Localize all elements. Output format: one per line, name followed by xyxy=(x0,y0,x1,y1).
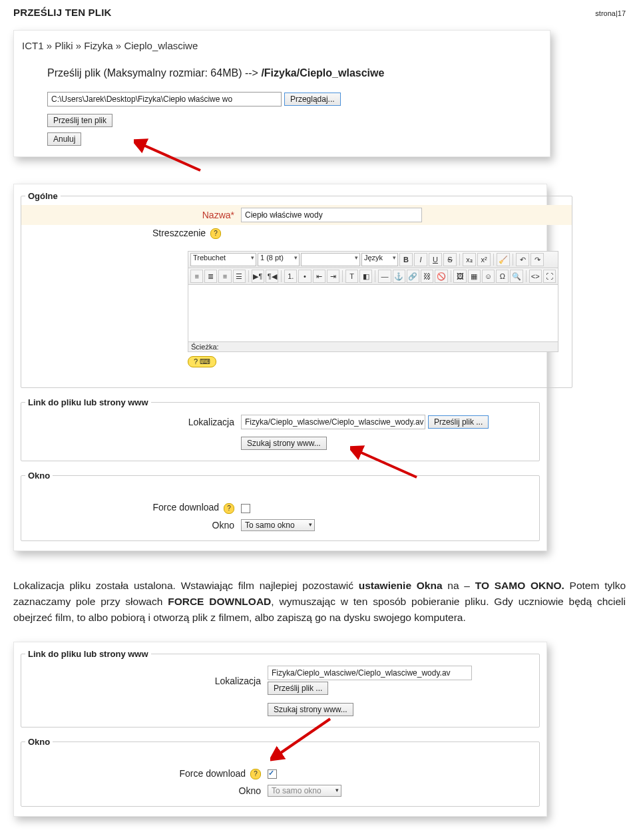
force-download-label: Force download ? xyxy=(28,768,268,779)
redo-icon[interactable]: ↷ xyxy=(531,253,544,266)
html-icon[interactable]: <> xyxy=(529,270,542,283)
editor-textarea[interactable] xyxy=(188,285,558,341)
help-icon[interactable]: ? xyxy=(224,503,234,514)
cancel-button[interactable]: Anuluj xyxy=(47,132,81,146)
body-text-2: na – xyxy=(443,580,475,591)
superscript-icon[interactable]: x² xyxy=(477,253,491,266)
body-bold-1: ustawienie Okna xyxy=(359,580,443,591)
align-right-icon[interactable]: ≡ xyxy=(218,270,231,283)
search-icon[interactable]: 🔍 xyxy=(510,270,523,283)
file-path-input[interactable]: C:\Users\Jarek\Desktop\Fizyka\Ciepło wła… xyxy=(47,92,282,106)
fieldset-general: Ogólne Nazwa* Ciepło właściwe wody Stres… xyxy=(21,191,572,388)
strike-icon[interactable]: S xyxy=(443,253,457,266)
clean-icon[interactable]: 🧹 xyxy=(497,253,510,266)
search-www-button[interactable]: Szukaj strony www... xyxy=(268,703,353,716)
upload-prefix: Prześlij plik (Maksymalny rozmiar: 64MB)… xyxy=(47,67,261,79)
upload-path: /Fizyka/Cieplo_wlasciwe xyxy=(261,67,384,79)
legend-link: Link do pliku lub strony www xyxy=(25,397,151,407)
name-label: Nazwa* xyxy=(28,210,241,220)
style-select[interactable] xyxy=(301,253,360,266)
force-download-text: Force download xyxy=(152,502,219,513)
outdent-icon[interactable]: ⇤ xyxy=(313,270,325,283)
italic-icon[interactable]: I xyxy=(414,253,427,266)
resource-form-panel: Ogólne Nazwa* Ciepło właściwe wody Stres… xyxy=(13,184,547,551)
bg-color-icon[interactable]: ◧ xyxy=(359,270,372,283)
body-text-1: Lokalizacja pliku została ustalona. Wsta… xyxy=(13,580,359,591)
window-select[interactable]: To samo okno xyxy=(241,519,315,531)
upload-panel: ICT1 » Pliki » Fizyka » Cieplo_wlasciwe … xyxy=(13,30,550,157)
smiley-icon[interactable]: ☺ xyxy=(482,270,495,283)
force-download-checkbox[interactable] xyxy=(268,769,277,779)
editor-path: Ścieżka: xyxy=(188,341,558,351)
subscript-icon[interactable]: x₂ xyxy=(463,253,476,266)
font-select[interactable]: Trebuchet xyxy=(190,253,256,266)
search-www-button[interactable]: Szukaj strony www... xyxy=(241,437,327,450)
page-number: strona|17 xyxy=(595,9,626,17)
keyboard-toggle[interactable]: ? ⌨ xyxy=(188,356,216,367)
unordered-list-icon[interactable]: • xyxy=(298,270,311,283)
legend-general: Ogólne xyxy=(25,191,61,201)
upload-file-button[interactable]: Prześlij plik ... xyxy=(428,415,489,429)
editor-toolbar-row1: Trebuchet 1 (8 pt) Język B I U S x₂ x² 🧹… xyxy=(188,252,558,268)
window-label: Okno xyxy=(28,785,268,796)
resource-form-panel-checked: Link do pliku lub strony www Lokalizacja… xyxy=(13,642,547,817)
fullscreen-icon[interactable]: ⛶ xyxy=(543,270,556,283)
anchor-icon[interactable]: ⚓ xyxy=(393,270,405,283)
force-download-text: Force download xyxy=(179,768,246,779)
fieldset-window: Okno Force download ? Okno To samo okno xyxy=(21,471,540,540)
help-icon[interactable]: ? xyxy=(210,228,221,239)
breadcrumb[interactable]: ICT1 » Pliki » Fizyka » Cieplo_wlasciwe xyxy=(14,31,550,58)
hr-icon[interactable]: — xyxy=(378,270,391,283)
page-header: PRZEŚLIJ TEN PLIK strona|17 xyxy=(13,7,626,18)
legend-window: Okno xyxy=(25,737,53,747)
legend-window: Okno xyxy=(25,471,53,481)
location-input[interactable]: Fizyka/Cieplo_wlasciwe/Cieplo_wlasciwe_w… xyxy=(268,666,472,680)
rich-text-editor[interactable]: Trebuchet 1 (8 pt) Język B I U S x₂ x² 🧹… xyxy=(188,251,558,352)
page-title: PRZEŚLIJ TEN PLIK xyxy=(13,7,112,18)
help-icon[interactable]: ? xyxy=(250,769,261,779)
align-center-icon[interactable]: ≣ xyxy=(204,270,217,283)
window-select[interactable]: To samo okno xyxy=(268,785,341,797)
ltr-icon[interactable]: ▶¶ xyxy=(252,270,264,283)
image-icon[interactable]: 🖼 xyxy=(453,270,466,283)
legend-link: Link do pliku lub strony www xyxy=(25,649,151,659)
rtl-icon[interactable]: ¶◀ xyxy=(266,270,278,283)
link-icon[interactable]: 🔗 xyxy=(407,270,419,283)
ordered-list-icon[interactable]: 1. xyxy=(284,270,297,283)
fieldset-window: Okno Force download ? Okno To samo okno xyxy=(21,737,540,807)
size-select[interactable]: 1 (8 pt) xyxy=(258,253,300,266)
name-input[interactable]: Ciepło właściwe wody xyxy=(241,208,422,222)
special-char-icon[interactable]: Ω xyxy=(496,270,509,283)
fieldset-link: Link do pliku lub strony www Lokalizacja… xyxy=(21,649,540,728)
send-file-button[interactable]: Prześlij ten plik xyxy=(47,114,112,127)
summary-label: Streszczenie ? xyxy=(28,228,228,239)
fieldset-link: Link do pliku lub strony www Lokalizacja… xyxy=(21,397,540,461)
nolink-icon[interactable]: 🚫 xyxy=(435,270,447,283)
summary-label-text: Streszczenie xyxy=(152,228,206,238)
indent-icon[interactable]: ⇥ xyxy=(327,270,339,283)
force-download-label: Force download ? xyxy=(28,502,241,513)
instruction-paragraph: Lokalizacja pliku została ustalona. Wsta… xyxy=(13,578,626,626)
window-label: Okno xyxy=(28,520,241,530)
align-left-icon[interactable]: ≡ xyxy=(190,270,203,283)
browse-button[interactable]: Przeglądaj... xyxy=(284,93,341,106)
text-color-icon[interactable]: T xyxy=(345,270,358,283)
location-label: Lokalizacja xyxy=(28,417,241,427)
body-bold-2: TO SAMO OKNO. xyxy=(475,580,564,591)
location-input[interactable]: Fizyka/Cieplo_wlasciwe/Cieplo_wlasciwe_w… xyxy=(241,415,425,429)
body-bold-3: FORCE DOWNLOAD xyxy=(168,596,271,607)
force-download-checkbox[interactable] xyxy=(241,504,250,513)
editor-toolbar-row2: ≡ ≣ ≡ ☰ ▶¶ ¶◀ 1. • ⇤ ⇥ T ◧ — ⚓ 🔗 ⛓ xyxy=(188,268,558,285)
undo-icon[interactable]: ↶ xyxy=(516,253,529,266)
table-icon[interactable]: ▦ xyxy=(468,270,481,283)
location-label: Lokalizacja xyxy=(28,676,268,686)
align-justify-icon[interactable]: ☰ xyxy=(233,270,246,283)
upload-instruction: Prześlij plik (Maksymalny rozmiar: 64MB)… xyxy=(14,58,550,89)
upload-file-button[interactable]: Prześlij plik ... xyxy=(268,682,328,695)
underline-icon[interactable]: U xyxy=(429,253,442,266)
lang-select[interactable]: Język xyxy=(361,253,398,266)
bold-icon[interactable]: B xyxy=(399,253,413,266)
unlink-icon[interactable]: ⛓ xyxy=(421,270,433,283)
